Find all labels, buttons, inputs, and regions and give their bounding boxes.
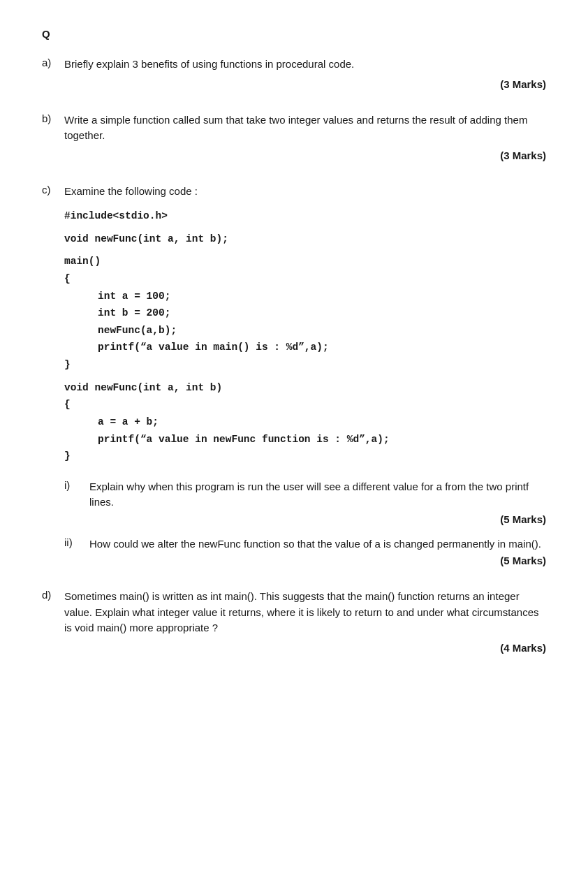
sub-ii-text: How could we alter the newFunc function … [89, 536, 546, 552]
section-a-text: Briefly explain 3 benefits of using func… [64, 57, 546, 73]
section-d-marks: (4 Marks) [42, 642, 546, 654]
sub-section-ii: ii) How could we alter the newFunc funct… [42, 536, 546, 567]
section-b-text: Write a simple function called sum that … [64, 112, 546, 144]
code-line-10: void newFunc(int a, int b) [64, 379, 546, 397]
sub-ii-label: ii) [64, 536, 89, 548]
code-line-2: void newFunc(int a, int b); [64, 230, 546, 248]
section-a-marks: (3 Marks) [42, 78, 546, 90]
code-line-12: a = a + b; [98, 413, 546, 431]
code-line-8: printf(“a value in main() is : %d”,a); [98, 339, 546, 356]
code-line-3: main() [64, 253, 546, 270]
section-d-letter: d) [42, 589, 64, 601]
section-d: d) Sometimes main() is written as int ma… [42, 589, 546, 654]
section-c: c) Examine the following code : #include… [42, 184, 546, 567]
code-line-13: printf(“a value in newFunc function is :… [98, 431, 546, 448]
section-a: a) Briefly explain 3 benefits of using f… [42, 57, 546, 90]
code-line-9: } [64, 356, 546, 374]
section-c-letter: c) [42, 184, 64, 196]
code-line-7: newFunc(a,b); [98, 322, 546, 339]
section-c-intro-text: Examine the following code : [64, 184, 546, 200]
section-a-letter: a) [42, 57, 64, 68]
section-b: b) Write a simple function called sum th… [42, 112, 546, 161]
code-line-5: int a = 100; [98, 288, 546, 305]
sub-i-label: i) [64, 479, 89, 491]
code-line-4: { [64, 270, 546, 288]
section-d-text: Sometimes main() is written as int main(… [64, 589, 546, 636]
sub-i-marks: (5 Marks) [42, 513, 546, 525]
sub-section-i: i) Explain why when this program is run … [42, 479, 546, 525]
sub-ii-marks: (5 Marks) [42, 555, 546, 566]
code-line-6: int b = 200; [98, 305, 546, 322]
section-b-letter: b) [42, 112, 64, 124]
question-label: Q [42, 28, 546, 40]
sub-i-text: Explain why when this program is run the… [89, 479, 546, 511]
code-line-14: } [64, 448, 546, 465]
code-line-1: #include<stdio.h> [64, 207, 546, 225]
section-b-marks: (3 Marks) [42, 149, 546, 161]
code-line-11: { [64, 396, 546, 413]
code-block: #include<stdio.h> void newFunc(int a, in… [64, 207, 546, 465]
